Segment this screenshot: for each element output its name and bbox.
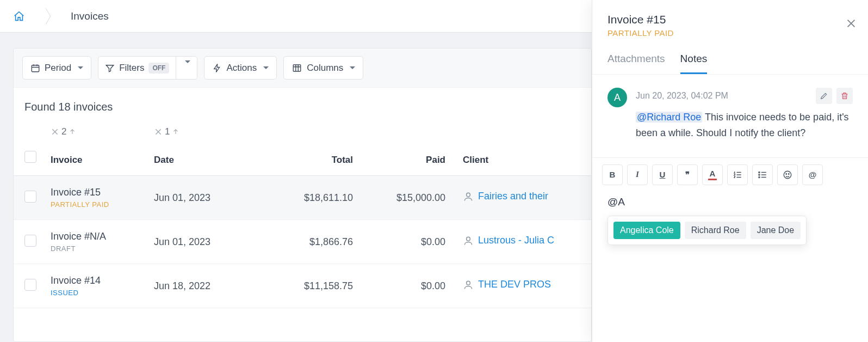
col-total[interactable]: Total — [251, 141, 359, 176]
suggest-item[interactable]: Angelica Cole — [613, 222, 680, 239]
invoice-status: ISSUED — [51, 289, 141, 297]
tool-emoji[interactable] — [777, 164, 798, 185]
row-checkbox[interactable] — [24, 235, 36, 247]
list-ul-icon — [758, 170, 767, 180]
tool-mention[interactable]: @ — [802, 164, 823, 185]
invoice-title: Invoice #15 — [51, 187, 141, 198]
invoices-card: Period Filters OFF Actions — [13, 48, 592, 342]
period-button[interactable]: Period — [22, 56, 91, 80]
tool-bold[interactable]: B — [602, 164, 623, 185]
tool-underline[interactable]: U — [652, 164, 673, 185]
bolt-icon — [212, 63, 222, 73]
breadcrumb-separator — [41, 0, 58, 33]
detail-panel: Invoice #15 PARTIALLY PAID Attachments N… — [592, 0, 868, 342]
table-row[interactable]: Invoice #N/ADRAFTJun 01, 2023$1,866.76$0… — [14, 220, 591, 264]
editor-toolbar: B I U ❞ A @ — [592, 157, 868, 192]
cell-total: $1,866.76 — [251, 220, 359, 264]
sort-chip-invoice[interactable]: 2 — [51, 126, 76, 137]
caret-down-icon — [78, 66, 83, 69]
tool-quote[interactable]: ❞ — [677, 164, 698, 185]
breadcrumb-home[interactable] — [13, 0, 41, 33]
columns-button[interactable]: Columns — [283, 56, 363, 80]
person-icon — [463, 191, 474, 202]
filter-icon — [105, 63, 115, 73]
note-date: Jun 20, 2023, 04:02 PM — [636, 91, 728, 101]
client-name: Lustrous - Julia C — [478, 235, 554, 246]
emoji-icon — [783, 170, 792, 180]
filters-button[interactable]: Filters OFF — [98, 56, 197, 80]
mention[interactable]: @Richard Roe — [636, 112, 702, 123]
arrow-up-icon — [69, 128, 76, 136]
cell-paid: $15,000.00 — [359, 176, 452, 220]
panel-title: Invoice #15 — [607, 13, 853, 26]
person-icon — [463, 279, 474, 290]
caret-down-icon — [263, 66, 269, 69]
suggest-item[interactable]: Jane Doe — [751, 222, 801, 239]
svg-rect-1 — [293, 65, 301, 71]
arrow-up-icon — [172, 128, 179, 136]
note-editor[interactable]: @A Angelica Cole Richard Roe Jane Doe — [592, 192, 868, 218]
select-all-checkbox[interactable] — [24, 151, 36, 163]
editor-content: @A — [607, 196, 625, 207]
client-name: THE DEV PROS — [478, 279, 551, 290]
svg-point-8 — [784, 171, 791, 179]
columns-label: Columns — [307, 63, 343, 74]
cell-date: Jun 18, 2022 — [147, 264, 251, 308]
pencil-icon — [820, 91, 828, 100]
table-row[interactable]: Invoice #15PARTIALLY PAIDJun 01, 2023$18… — [14, 176, 591, 220]
invoice-title: Invoice #14 — [51, 275, 141, 286]
found-count: Found 18 invoices — [14, 88, 591, 119]
toolbar: Period Filters OFF Actions — [14, 48, 591, 88]
mention-suggestions: Angelica Cole Richard Roe Jane Doe — [607, 216, 807, 245]
columns-icon — [292, 63, 302, 73]
svg-point-10 — [789, 173, 790, 174]
calendar-icon — [30, 63, 40, 73]
invoice-status: PARTIALLY PAID — [51, 200, 141, 209]
tool-italic[interactable]: I — [627, 164, 648, 185]
client-link[interactable]: THE DEV PROS — [463, 279, 551, 290]
note-text: @Richard Roe This invoice needs to be pa… — [636, 109, 853, 141]
cell-total: $11,158.75 — [251, 264, 359, 308]
caret-down-icon — [350, 66, 355, 69]
home-icon — [13, 10, 25, 22]
cell-paid: $0.00 — [359, 264, 452, 308]
svg-point-9 — [786, 173, 787, 174]
panel-tabs: Attachments Notes — [592, 38, 868, 75]
table-row[interactable]: Invoice #14ISSUEDJun 18, 2022$11,158.75$… — [14, 264, 591, 308]
caret-down-icon — [185, 60, 190, 72]
panel-close-button[interactable] — [845, 17, 857, 33]
actions-label: Actions — [226, 63, 257, 74]
client-link[interactable]: Fairies and their — [463, 191, 548, 202]
avatar: A — [607, 88, 627, 107]
period-label: Period — [45, 63, 71, 74]
svg-rect-0 — [32, 65, 39, 71]
cell-total: $18,611.10 — [251, 176, 359, 220]
row-checkbox[interactable] — [24, 279, 36, 291]
cell-date: Jun 01, 2023 — [147, 220, 251, 264]
breadcrumb-title: Invoices — [58, 10, 109, 22]
suggest-item[interactable]: Richard Roe — [685, 222, 746, 239]
tab-attachments[interactable]: Attachments — [607, 53, 665, 74]
actions-button[interactable]: Actions — [204, 56, 277, 80]
delete-note-button[interactable] — [836, 88, 853, 104]
col-date[interactable]: Date — [147, 141, 251, 176]
invoice-status: DRAFT — [51, 245, 141, 253]
col-client[interactable]: Client — [452, 141, 591, 176]
svg-point-4 — [467, 281, 470, 285]
tool-color[interactable]: A — [702, 164, 723, 185]
tool-unordered-list[interactable] — [752, 164, 773, 185]
col-invoice[interactable]: Invoice — [44, 141, 147, 176]
client-link[interactable]: Lustrous - Julia C — [463, 235, 554, 246]
filters-caret[interactable] — [176, 57, 197, 79]
list-ol-icon — [733, 170, 742, 180]
svg-point-2 — [467, 193, 470, 197]
tool-ordered-list[interactable] — [727, 164, 748, 185]
row-checkbox[interactable] — [24, 191, 36, 203]
col-paid[interactable]: Paid — [359, 141, 452, 176]
edit-note-button[interactable] — [816, 88, 832, 104]
tab-notes[interactable]: Notes — [680, 53, 708, 74]
svg-point-5 — [759, 172, 760, 173]
svg-point-7 — [759, 176, 760, 178]
sort-chip-date[interactable]: 1 — [154, 126, 179, 137]
cell-paid: $0.00 — [359, 220, 452, 264]
